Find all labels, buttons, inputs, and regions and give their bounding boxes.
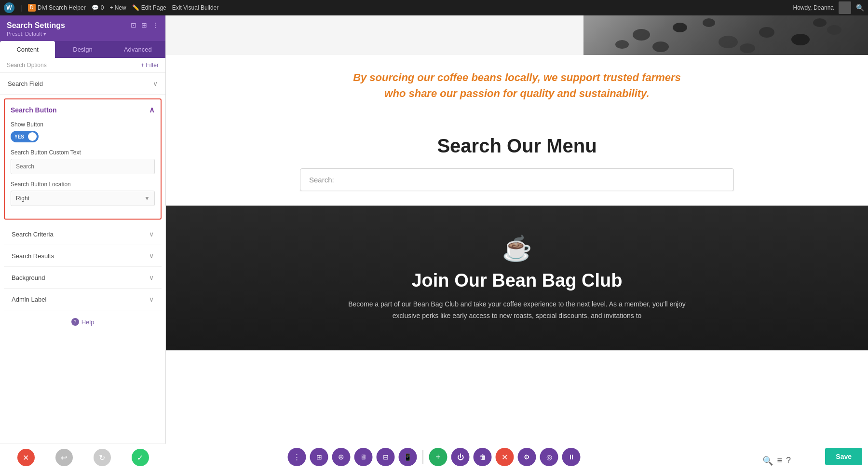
show-button-label: Show Button [11,121,155,128]
toolbar-grid-btn[interactable]: ⊞ [310,448,328,466]
divi-icon: D [28,4,36,12]
toolbar-search-btn[interactable]: ⊕ [332,448,351,466]
toolbar-power-btn[interactable]: ⏻ [451,448,470,466]
nav-divi-search-helper[interactable]: D Divi Search Helper [28,4,86,12]
filter-button[interactable]: + Filter [141,62,159,69]
fixed-search-icon[interactable]: 🔍 [762,456,773,466]
main-layout: Search Settings Preset: Default ▾ ⊡ ⊞ ⋮ … [0,15,868,471]
help-label: Help [81,319,95,326]
search-results-label: Search Results [12,252,54,260]
background-label: Background [12,274,45,281]
custom-text-input[interactable] [11,159,155,174]
nav-exit-visual-builder[interactable]: Exit Visual Builder [172,4,219,11]
redo-button[interactable]: ↻ [94,449,111,466]
toolbar-delete-btn[interactable]: 🗑 [474,448,492,466]
layout-icon[interactable]: ⊞ [141,21,147,29]
section-search-field[interactable]: Search Field ∨ [0,73,165,95]
search-placeholder-text: Search: [309,176,334,184]
location-select[interactable]: Left Right Below [11,191,155,206]
left-panel: Search Settings Preset: Default ▾ ⊡ ⊞ ⋮ … [0,15,166,471]
svg-point-0 [633,29,650,41]
coffee-beans-svg [583,15,868,55]
toggle-yes-label: YES [13,134,26,139]
panel-preset[interactable]: Preset: Default ▾ [7,31,65,37]
floating-toolbar: ⋮ ⊞ ⊕ 🖥 ⊟ 📱 + ⏻ 🗑 ✕ ⚙ ◎ ⏸ [288,448,581,466]
toolbar-close-btn[interactable]: ✕ [496,448,514,466]
toolbar-tablet-btn[interactable]: ⊟ [377,448,395,466]
panel-header-icons: ⊡ ⊞ ⋮ [131,21,159,29]
tab-advanced[interactable]: Advanced [110,41,165,58]
search-criteria-chevron: ∨ [149,230,154,238]
tab-design[interactable]: Design [55,41,110,58]
dark-section-text: Become a part of our Bean Bag Club and t… [348,299,686,322]
svg-point-4 [791,34,810,45]
orange-quote-text: By sourcing our coffee beans locally, we… [348,69,686,101]
search-results-chevron: ∨ [149,252,154,260]
active-section-header: Search Button ∧ [11,105,155,114]
fixed-right-btns: 🔍 ≡ ? [762,456,791,466]
dark-section-title: Join Our Bean Bag Club [411,270,622,291]
show-button-field: Show Button YES [11,121,155,142]
section-admin-label[interactable]: Admin Label ∨ [4,289,162,310]
background-chevron: ∨ [149,274,154,281]
section-search-results[interactable]: Search Results ∨ [4,245,162,267]
wordpress-logo[interactable]: W [4,2,14,13]
minimize-icon[interactable]: ⊡ [131,21,136,29]
help-row: ? Help [0,310,165,333]
coffee-beans-image [583,15,868,55]
search-bar[interactable]: Search: [300,168,734,191]
close-section-button[interactable]: ∧ [149,105,155,114]
fixed-layers-icon[interactable]: ≡ [777,456,782,466]
svg-point-6 [615,40,629,49]
svg-point-3 [759,27,774,38]
dark-section: ☕ Join Our Bean Bag Club Become a part o… [166,206,868,350]
more-icon[interactable]: ⋮ [152,21,159,29]
search-title: Search Our Menu [176,135,858,157]
svg-point-7 [652,42,669,52]
toggle-knob [28,132,37,141]
hero-image-area [166,15,868,55]
svg-point-2 [719,36,738,48]
toolbar-add-btn[interactable]: + [429,448,448,466]
toolbar-mobile-btn[interactable]: 📱 [399,448,417,466]
nav-comments[interactable]: 💬 0 [92,4,104,11]
section-background[interactable]: Background ∨ [4,267,162,289]
location-label: Search Button Location [11,181,155,188]
svg-point-5 [827,25,841,35]
confirm-button[interactable]: ✓ [132,449,149,466]
location-field: Search Button Location Left Right Below … [11,181,155,206]
cancel-button[interactable]: ✕ [17,449,35,466]
search-options-bar: Search Options + Filter [0,58,165,73]
toolbar-pause-btn[interactable]: ⏸ [562,448,581,466]
undo-button[interactable]: ↩ [55,449,73,466]
toolbar-settings-btn[interactable]: ⚙ [518,448,536,466]
orange-text-section: By sourcing our coffee beans locally, we… [166,55,868,116]
svg-point-1 [673,23,687,32]
user-avatar[interactable] [839,1,851,14]
sections-below: Search Criteria ∨ Search Results ∨ Backg… [0,223,165,310]
panel-title: Search Settings [7,21,65,30]
panel-header: Search Settings Preset: Default ▾ ⊡ ⊞ ⋮ [0,15,165,41]
nav-search-icon[interactable]: 🔍 [856,4,864,12]
section-search-criteria[interactable]: Search Criteria ∨ [4,223,162,245]
toolbar-menu-btn[interactable]: ⋮ [288,448,306,466]
toolbar-desktop-btn[interactable]: 🖥 [354,448,373,466]
top-nav-bar: W | D Divi Search Helper 💬 0 + New ✏️ Ed… [0,0,868,15]
howdy-text: Howdy, Deanna [793,4,834,11]
save-button[interactable]: Save [825,448,862,465]
help-button[interactable]: ? Help [71,318,95,326]
active-section-search-button: Search Button ∧ Show Button YES Searc [4,98,162,220]
nav-edit-page[interactable]: ✏️ Edit Page [132,4,166,11]
show-button-toggle[interactable]: YES [11,131,39,142]
help-icon: ? [71,318,79,326]
custom-text-field: Search Button Custom Text [11,149,155,174]
tab-content[interactable]: Content [0,41,55,58]
nav-new[interactable]: + New [109,4,126,11]
panel-content: Search Field ∨ Search Button ∧ Show Butt… [0,73,165,471]
fixed-help-icon[interactable]: ? [786,456,791,466]
bottom-bar: ✕ ↩ ↻ ✓ [0,443,166,471]
svg-point-8 [703,18,715,27]
top-nav-right: Howdy, Deanna 🔍 [793,1,865,14]
custom-text-label: Search Button Custom Text [11,149,155,156]
toolbar-target-btn[interactable]: ◎ [540,448,558,466]
